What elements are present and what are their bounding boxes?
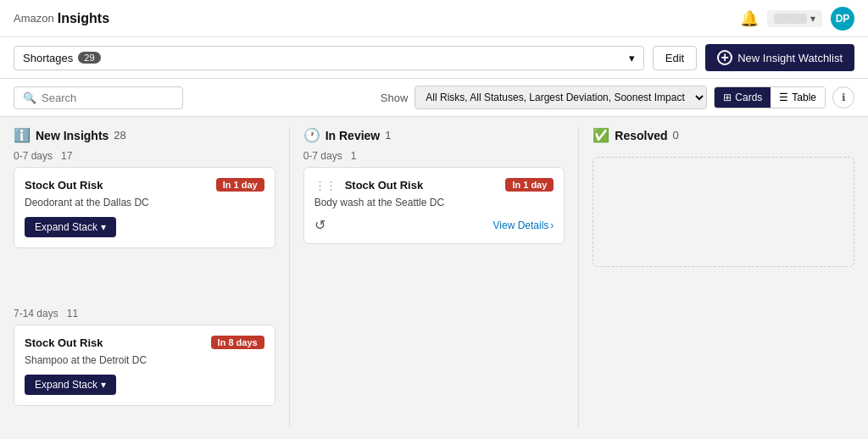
section-label-in-review-0-7: 0-7 days 1 [303, 150, 565, 162]
column-new-insights: ℹ️ New Insights 28 0-7 days 17 Stock Out… [14, 127, 275, 427]
edit-button[interactable]: Edit [653, 46, 697, 70]
search-input[interactable] [42, 92, 160, 104]
section-label-7-14: 7-14 days 11 [14, 308, 275, 320]
chevron-right-icon: › [550, 220, 554, 231]
card-body-2: Shampoo at the Detroit DC [25, 354, 264, 366]
card-title-review-1: Stock Out Risk [345, 179, 423, 192]
card-body-review-1: Body wash at the Seattle DC [314, 197, 554, 208]
resolved-empty-box [593, 157, 854, 267]
view-details-link[interactable]: View Details › [493, 220, 554, 231]
separator-2 [578, 127, 579, 427]
filter-toolbar: 🔍 Show All Risks, All Statuses, Largest … [0, 79, 868, 117]
search-icon: 🔍 [23, 92, 36, 104]
column-header-in-review: 🕐 In Review 1 [303, 127, 565, 143]
view-toggle: ⊞ Cards ☰ Table [714, 86, 826, 108]
new-insights-count: 28 [114, 129, 125, 142]
new-insights-title: New Insights [36, 129, 108, 142]
column-header-new-insights: ℹ️ New Insights 28 [14, 127, 275, 143]
in-review-title: In Review [326, 129, 381, 142]
resolved-scroll[interactable] [593, 150, 854, 427]
card-badge-1: In 1 day [216, 178, 264, 192]
column-resolved: ✅ Resolved 0 [593, 127, 854, 427]
resolved-icon: ✅ [593, 127, 609, 143]
filter-select[interactable]: All Risks, All Statuses, Largest Deviati… [415, 86, 707, 109]
in-review-icon: 🕐 [303, 127, 320, 143]
search-box[interactable]: 🔍 [14, 86, 183, 109]
chevron-down-icon: ▾ [629, 52, 635, 64]
separator-1 [289, 127, 290, 427]
cards-view-button[interactable]: ⊞ Cards [715, 87, 771, 108]
in-review-scroll[interactable]: 0-7 days 1 ⋮⋮ Stock Out Risk In 1 day Bo… [303, 150, 565, 427]
resolved-title: Resolved [615, 129, 667, 142]
new-watchlist-button[interactable]: + New Insight Watchlist [705, 44, 854, 71]
expand-stack-button-2[interactable]: Expand Stack ▾ [25, 375, 116, 395]
card-stock-out-risk-1: Stock Out Risk In 1 day Deodorant at the… [14, 167, 275, 248]
drag-icon: ⋮⋮ [314, 179, 337, 192]
plus-icon: + [717, 50, 732, 65]
card-badge-review-1: In 1 day [505, 178, 554, 192]
card-title-2: Stock Out Risk [25, 336, 103, 349]
section-label-0-7: 0-7 days 17 [14, 150, 275, 162]
cards-icon: ⊞ [723, 92, 732, 103]
refresh-icon[interactable]: ↺ [314, 217, 326, 233]
chevron-down-icon: ▾ [101, 379, 106, 391]
avatar[interactable]: DP [831, 7, 854, 31]
new-insights-scroll[interactable]: 0-7 days 17 Stock Out Risk In 1 day Deod… [14, 150, 275, 427]
user-text: •••••••••• [774, 14, 807, 24]
user-dropdown[interactable]: •••••••••• ▾ [767, 10, 822, 27]
shortages-count: 29 [78, 52, 100, 64]
main-content: ℹ️ New Insights 28 0-7 days 17 Stock Out… [0, 117, 868, 437]
brand-label: Amazon [14, 12, 54, 25]
main-toolbar: Shortages 29 ▾ Edit + New Insight Watchl… [0, 37, 868, 79]
top-nav: Amazon Insights 🔔 •••••••••• ▾ DP [0, 0, 868, 37]
shortages-label: Shortages [23, 52, 73, 64]
resolved-count: 0 [673, 129, 679, 142]
table-view-button[interactable]: ☰ Table [771, 87, 825, 108]
bell-icon[interactable]: 🔔 [740, 9, 759, 28]
card-in-review-1: ⋮⋮ Stock Out Risk In 1 day Body wash at … [303, 167, 565, 244]
card-stock-out-risk-2: Stock Out Risk In 8 days Shampoo at the … [14, 325, 275, 406]
right-controls: Show All Risks, All Statuses, Largest De… [381, 86, 854, 109]
chevron-down-icon: ▾ [101, 221, 106, 233]
nav-brand-area: Amazon Insights [14, 11, 109, 26]
expand-stack-button-1[interactable]: Expand Stack ▾ [25, 217, 116, 237]
in-review-count: 1 [385, 129, 391, 142]
table-icon: ☰ [779, 92, 788, 103]
card-badge-2: In 8 days [211, 336, 264, 349]
spacer-1 [14, 257, 275, 308]
new-insights-icon: ℹ️ [14, 127, 31, 143]
chevron-down-icon: ▾ [810, 13, 815, 25]
card-title-1: Stock Out Risk [25, 179, 103, 192]
card-body-1: Deodorant at the Dallas DC [25, 197, 264, 208]
app-title: Insights [58, 11, 109, 26]
info-button[interactable]: ℹ [832, 86, 854, 108]
column-in-review: 🕐 In Review 1 0-7 days 1 ⋮⋮ Stock Out Ri… [303, 127, 565, 427]
shortages-dropdown[interactable]: Shortages 29 ▾ [14, 46, 644, 70]
show-label: Show [381, 92, 409, 104]
column-header-resolved: ✅ Resolved 0 [593, 127, 854, 143]
info-icon: ℹ [842, 92, 846, 103]
nav-right: 🔔 •••••••••• ▾ DP [740, 7, 854, 31]
